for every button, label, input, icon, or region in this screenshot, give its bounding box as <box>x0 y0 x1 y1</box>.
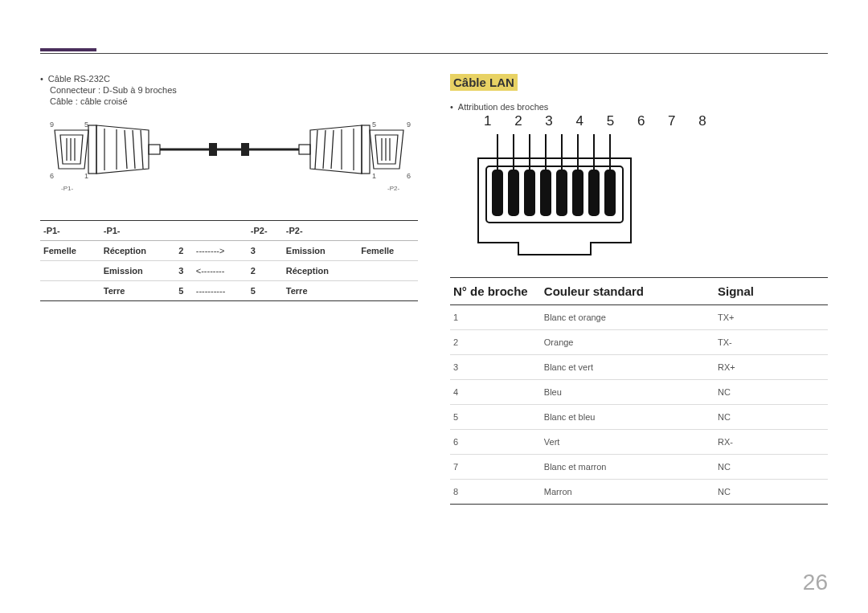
diagram-label: 6 <box>50 172 54 180</box>
svg-rect-9 <box>149 145 160 154</box>
table-row: 1Blanc et orangeTX+ <box>450 305 828 330</box>
table-header <box>193 221 248 241</box>
header-accent <box>40 48 96 51</box>
header-rule <box>40 53 828 54</box>
rs232-cable-diagram: 9 5 6 1 -P1- 5 9 1 6 -P2- <box>40 114 418 202</box>
svg-rect-19 <box>362 125 370 174</box>
rj45-pin-numbers: 1 2 3 4 5 6 7 8 <box>484 113 828 129</box>
table-row: 8MarronNC <box>450 480 828 505</box>
table-row: Emission 3 <-------- 2 Réception <box>40 261 418 281</box>
right-column: Câble LAN Attribution des broches 1 2 3 … <box>450 32 828 505</box>
lan-section-heading: Câble LAN <box>450 74 518 91</box>
diagram-label: 9 <box>407 121 411 129</box>
diagram-label: -P1- <box>61 185 73 192</box>
left-column: Câble RS-232C Connecteur : D-Sub à 9 bro… <box>40 32 418 505</box>
svg-line-6 <box>125 130 127 169</box>
svg-line-17 <box>323 130 326 169</box>
table-header: -P2- <box>283 221 358 241</box>
diagram-label: 5 <box>84 121 88 129</box>
rs232-connector-line: Connecteur : D-Sub à 9 broches <box>50 85 418 95</box>
svg-rect-30 <box>588 170 600 216</box>
svg-line-7 <box>133 130 135 169</box>
table-row: 6VertRX- <box>450 430 828 455</box>
svg-rect-13 <box>299 145 310 154</box>
svg-rect-28 <box>556 170 567 216</box>
rs232-bullet: Câble RS-232C <box>40 74 418 84</box>
rs232-cable-line: Câble : câble croisé <box>50 96 418 106</box>
rj45-diagram <box>474 134 639 261</box>
table-header: Signal <box>714 278 828 305</box>
svg-rect-3 <box>88 125 96 174</box>
svg-rect-27 <box>540 170 551 216</box>
diagram-label: 5 <box>372 121 376 129</box>
diagram-label: 1 <box>84 172 88 180</box>
lan-pinout-table: N° de broche Couleur standard Signal 1Bl… <box>450 277 828 505</box>
page-content: Câble RS-232C Connecteur : D-Sub à 9 bro… <box>0 0 868 505</box>
svg-rect-11 <box>209 143 217 156</box>
table-row: 3Blanc et vertRX+ <box>450 355 828 380</box>
table-row: 4BleuNC <box>450 380 828 405</box>
svg-line-18 <box>315 130 317 169</box>
table-row: 5Blanc et bleuNC <box>450 405 828 430</box>
table-row: Femelle Réception 2 --------> 3 Emission… <box>40 241 418 261</box>
table-row: 2OrangeTX- <box>450 330 828 355</box>
table-header: N° de broche <box>450 278 541 305</box>
table-header <box>358 221 418 241</box>
page-number: 26 <box>803 570 828 595</box>
diagram-label: 6 <box>407 172 411 180</box>
svg-line-16 <box>331 130 334 169</box>
svg-line-8 <box>141 130 143 169</box>
svg-rect-12 <box>241 143 249 156</box>
table-row: Terre 5 ---------- 5 Terre <box>40 281 418 301</box>
svg-rect-26 <box>524 170 535 216</box>
svg-rect-29 <box>572 170 583 216</box>
svg-rect-23 <box>486 166 623 223</box>
table-header: -P2- <box>248 221 283 241</box>
table-header: Couleur standard <box>541 278 714 305</box>
diagram-label: -P2- <box>387 185 399 192</box>
svg-rect-31 <box>604 170 616 216</box>
diagram-label: 1 <box>372 172 376 180</box>
lan-bullet: Attribution des broches <box>450 102 828 112</box>
svg-rect-24 <box>492 170 503 216</box>
rs232-pinout-table: -P1- -P1- -P2- -P2- Femelle Réception 2 <box>40 220 418 301</box>
table-header: -P1- <box>40 221 100 241</box>
diagram-label: 9 <box>50 121 54 129</box>
svg-rect-25 <box>508 170 519 216</box>
table-row: 7Blanc et marronNC <box>450 455 828 480</box>
table-header: -P1- <box>100 221 175 241</box>
